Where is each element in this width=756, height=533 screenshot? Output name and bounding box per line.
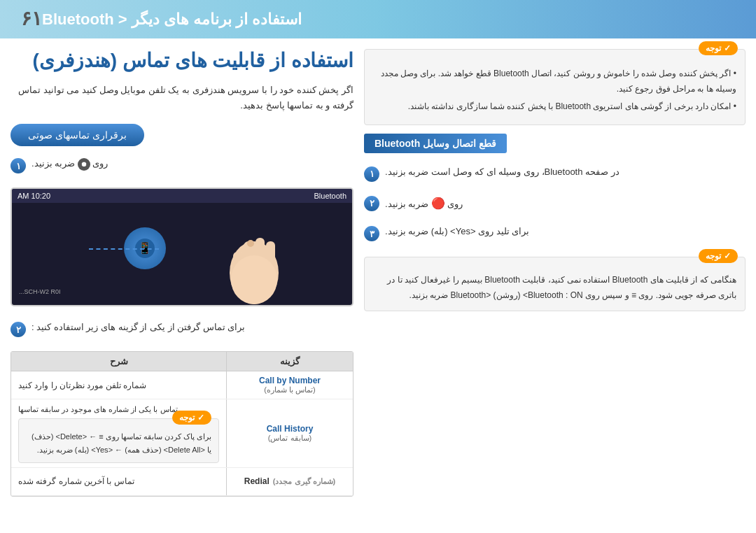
section-title: استفاده از قابلیت های تماس (هندزفری) (10, 49, 354, 72)
header-title: استفاده از برنامه های دیگر < Bluetooth (42, 10, 302, 29)
left-section: استفاده از قابلیت های تماس (هندزفری) اگر… (10, 49, 354, 523)
option-label-3: Redial (244, 476, 270, 486)
info-box-1: ✓ توجه اگر پخش کننده وصل شده را خاموش و … (364, 49, 746, 125)
table-row: تماس با یکی از شماره های موجود در سابقه … (11, 399, 353, 467)
table-row: شماره تلفن مورد نظرتان را وارد کنید Call… (11, 371, 353, 399)
step-1-number: ۱ (10, 158, 26, 173)
dots-line (89, 248, 159, 250)
inner-note-badge: ✓ توجه (172, 411, 211, 425)
step-2-number: ۲ (10, 322, 26, 337)
td-option-2: Call History (سابقه تماس) (227, 399, 353, 467)
th-desc: شرح (11, 352, 227, 371)
right-step-3-text: برای تلید روی <Yes> (بله) ضربه بزنید. (385, 225, 529, 239)
step-2-text: برای تماس گرفتن از یکی از گزینه های زیر … (31, 320, 245, 335)
inner-note-box: ✓ توجه برای پاک کردن سابقه تماسها روی ≡ … (18, 418, 219, 462)
device-label: SCH-W2 R0I... (19, 288, 61, 295)
svg-point-8 (247, 240, 254, 247)
inner-note-text: برای پاک کردن سابقه تماسها روی ≡ ← <Dele… (26, 430, 211, 456)
hand-icon (212, 217, 296, 306)
right-step-1: ۱ در صفحه Bluetooth، روی وسیله ای که وصل… (364, 165, 746, 182)
note-badge-1: ✓ توجه (699, 41, 738, 55)
right-step-3: ۳ برای تلید روی <Yes> (بله) ضربه بزنید. (364, 225, 746, 241)
option-label-1: Call by Number (259, 376, 321, 385)
td-desc-3: تماس با آخرین شماره گرفته شده (11, 468, 227, 495)
options-table: شرح گزینه شماره تلفن مورد نظرتان را وارد… (10, 351, 354, 496)
info-box-1-content: اگر پخش کننده وصل شده را خاموش و روشن کن… (373, 66, 736, 115)
device-time: 10:20 AM (18, 192, 50, 200)
right-step-2-num: ۲ (364, 196, 379, 211)
right-step-1-num: ۱ (364, 166, 379, 182)
option-sublabel-2: (سابقه تماس) (268, 434, 312, 443)
main-container: استفاده از قابلیت های تماس (هندزفری) اگر… (0, 38, 756, 533)
right-step-2-text: روی 🔴 ضربه بزنید. (385, 194, 463, 213)
td-desc-2: تماس با یکی از شماره های موجود در سابقه … (11, 399, 227, 467)
bottom-note-text: هنگامی که از قابلیت های Bluetooth استفاد… (373, 273, 736, 303)
right-step-3-num: ۳ (364, 226, 379, 241)
option-label-2: Call History (267, 424, 314, 434)
table-header: شرح گزینه (11, 352, 353, 371)
right-step-1-text: در صفحه Bluetooth، روی وسیله ای که وصل ا… (385, 165, 620, 180)
option-sublabel-3: (شماره گیری مجدد) (273, 477, 335, 486)
svg-point-7 (231, 255, 277, 304)
bottom-note-badge: ✓ توجه (699, 249, 738, 263)
intro-text: اگر پخش کننده خود را با سرویس هندزفری به… (10, 83, 354, 113)
td-option-3: (شماره گیری مجدد) Redial (227, 468, 353, 495)
table-row: تماس با آخرین شماره گرفته شده (شماره گیر… (11, 468, 353, 496)
th-option: گزینه (227, 352, 353, 371)
td-desc-1: شماره تلفن مورد نظرتان را وارد کنید (11, 371, 227, 399)
right-section: ✓ توجه اگر پخش کننده وصل شده را خاموش و … (364, 49, 746, 523)
option-sublabel-1: (تماس با شماره) (264, 385, 315, 395)
bullet-2: امکان دارد برخی از گوشی های استریوی Blue… (373, 99, 736, 115)
right-steps: ۱ در صفحه Bluetooth، روی وسیله ای که وصل… (364, 162, 746, 246)
device-content: 📱 (12, 203, 352, 301)
step-1-text: روی ⏺ ضربه بزنید. (31, 157, 108, 171)
section-heading: قطع اتصال وسایل Bluetooth (364, 134, 507, 153)
call-button[interactable]: برقراری تماسهای صوتی (10, 124, 144, 146)
step-2-row: ۲ برای تماس گرفتن از یکی از گزینه های زی… (10, 320, 354, 337)
td-option-1: Call by Number (تماس با شماره) (227, 371, 353, 399)
bullet-1: اگر پخش کننده وصل شده را خاموش و روشن کن… (373, 66, 736, 97)
step-1-row: ۱ روی ⏺ ضربه بزنید. (10, 157, 354, 173)
page-number: ۶۱ (21, 7, 42, 30)
page-header: استفاده از برنامه های دیگر < Bluetooth (0, 0, 756, 38)
bottom-note-box: ✓ توجه هنگامی که از قابلیت های Bluetooth… (364, 257, 746, 311)
device-bluetooth-label: Bluetooth (314, 192, 346, 200)
right-step-2: ۲ روی 🔴 ضربه بزنید. (364, 194, 746, 213)
device-header: Bluetooth 10:20 AM (12, 189, 352, 203)
device-image: Bluetooth 10:20 AM 📱 (10, 187, 354, 306)
